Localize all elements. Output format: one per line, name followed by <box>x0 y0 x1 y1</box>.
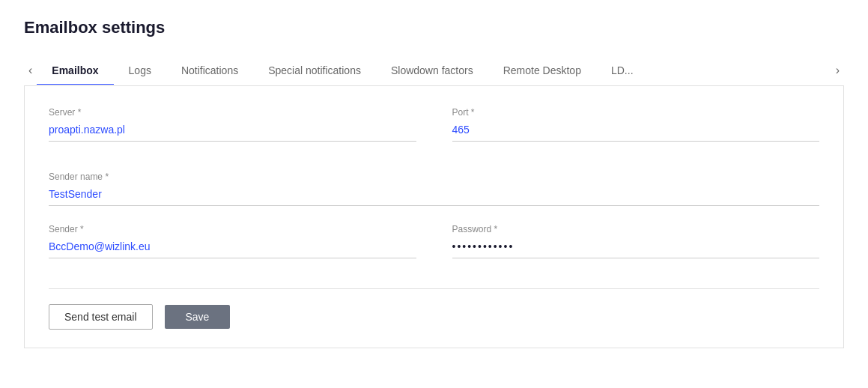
port-label: Port * <box>452 107 820 118</box>
page-wrapper: Emailbox settings ‹ Emailbox Logs Notifi… <box>0 0 868 388</box>
tab-ld[interactable]: LD... <box>596 57 649 85</box>
tabs-container: ‹ Emailbox Logs Notifications Special no… <box>24 55 844 86</box>
port-field: Port * 465 <box>452 107 820 142</box>
form-grid-server-port: Server * proapti.nazwa.pl Port * 465 <box>49 107 819 160</box>
port-value: 465 <box>452 121 820 142</box>
content-area: Server * proapti.nazwa.pl Port * 465 Sen… <box>24 86 844 348</box>
password-field: Password * •••••••••••• <box>452 224 820 258</box>
sender-name-field: Sender name * TestSender <box>49 172 819 206</box>
server-value: proapti.nazwa.pl <box>49 121 416 142</box>
page-title: Emailbox settings <box>24 18 844 37</box>
tab-slowdown-factors[interactable]: Slowdown factors <box>376 57 488 85</box>
tab-special-notifications[interactable]: Special notifications <box>253 57 376 85</box>
sender-name-label: Sender name * <box>49 172 819 182</box>
tabs-prev-btn[interactable]: ‹ <box>24 55 37 85</box>
sender-label: Sender * <box>49 224 416 234</box>
server-field: Server * proapti.nazwa.pl <box>49 107 416 142</box>
sender-field: Sender * BccDemo@wizlink.eu <box>49 224 416 258</box>
sender-name-value: TestSender <box>49 185 819 206</box>
tab-notifications[interactable]: Notifications <box>166 57 253 85</box>
form-divider <box>49 288 819 289</box>
sender-value: BccDemo@wizlink.eu <box>49 237 416 258</box>
server-label: Server * <box>49 107 416 118</box>
actions-bar: Send test email Save <box>49 304 819 330</box>
save-button[interactable]: Save <box>165 305 231 329</box>
tab-remote-desktop[interactable]: Remote Desktop <box>488 57 596 85</box>
tabs-next-btn[interactable]: › <box>831 55 844 85</box>
tab-emailbox[interactable]: Emailbox <box>37 57 113 85</box>
form-grid-sender-password: Sender * BccDemo@wizlink.eu Password * •… <box>49 224 819 276</box>
send-test-email-button[interactable]: Send test email <box>49 304 153 330</box>
password-value: •••••••••••• <box>452 237 820 258</box>
password-label: Password * <box>452 224 820 234</box>
tab-logs[interactable]: Logs <box>114 57 166 85</box>
tabs-list: Emailbox Logs Notifications Special noti… <box>37 57 831 85</box>
